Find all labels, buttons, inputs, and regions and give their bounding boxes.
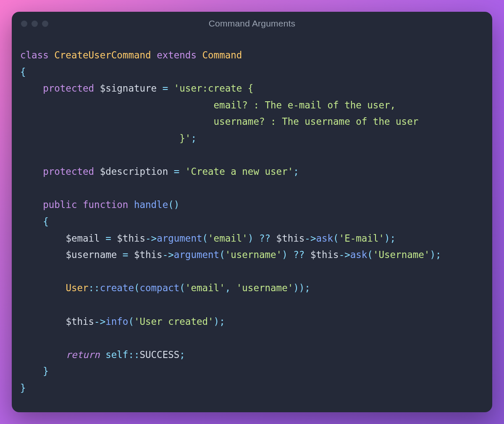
paren-open: (	[134, 282, 140, 293]
var-email: $email	[66, 233, 100, 244]
paren-open: (	[219, 249, 225, 260]
var-signature: $signature	[100, 83, 157, 94]
keyword-function: function	[83, 199, 128, 210]
semicolon: ;	[293, 166, 299, 177]
semicolon: ;	[304, 282, 310, 293]
fn-compact: compact	[139, 282, 179, 293]
paren-open: (	[367, 249, 373, 260]
traffic-lights	[21, 21, 48, 27]
keyword-self: self	[105, 349, 128, 360]
semicolon: ;	[436, 249, 441, 260]
semicolon: ;	[179, 349, 185, 360]
paren-close: )	[293, 282, 299, 293]
fn-ask: ask	[350, 249, 368, 260]
equals: =	[174, 166, 180, 177]
arrow: ->	[145, 233, 157, 244]
arrow: ->	[339, 249, 350, 260]
keyword-extends: extends	[157, 50, 197, 61]
comma: ,	[225, 282, 236, 293]
brace-close: }	[43, 366, 49, 377]
fn-info: info	[105, 316, 128, 327]
var-this: $this	[310, 249, 339, 260]
equals: =	[105, 233, 111, 244]
paren-close: )	[248, 233, 254, 244]
semicolon: ;	[191, 133, 197, 144]
paren-close: )	[174, 199, 180, 210]
paren-open: (	[168, 199, 174, 210]
code-area[interactable]: class CreateUserCommand extends Command …	[12, 35, 492, 412]
string-signature-3: username? : The username of the user	[214, 116, 419, 127]
var-this: $this	[134, 249, 163, 260]
nullish: ??	[259, 233, 270, 244]
class-name: CreateUserCommand	[54, 50, 151, 61]
var-username: $username	[66, 249, 117, 260]
equals: =	[123, 249, 129, 260]
string-email-arg: 'email'	[208, 233, 248, 244]
maximize-icon[interactable]	[42, 21, 48, 27]
fn-handle: handle	[134, 199, 168, 210]
paren-open: (	[333, 233, 339, 244]
fn-argument: argument	[157, 233, 202, 244]
paren-open: (	[202, 233, 208, 244]
double-colon: ::	[89, 282, 100, 293]
brace-open: {	[20, 66, 26, 77]
string-username-lit: 'username'	[236, 282, 293, 293]
double-colon: ::	[128, 349, 139, 360]
string-info: 'User created'	[134, 316, 214, 327]
paren-close: )	[214, 316, 220, 327]
keyword-public: public	[43, 199, 77, 210]
arrow: ->	[163, 249, 174, 260]
paren-open: (	[179, 282, 185, 293]
fn-ask: ask	[316, 233, 333, 244]
var-this: $this	[276, 233, 305, 244]
string-signature-2: email? : The e-mail of the user,	[214, 100, 396, 111]
string-signature-4: }'	[179, 133, 191, 144]
parent-class-name: Command	[202, 50, 242, 61]
fn-argument: argument	[174, 249, 219, 260]
var-this: $this	[117, 233, 145, 244]
brace-close: }	[20, 382, 26, 393]
string-username-arg: 'username'	[225, 249, 282, 260]
brace-open: {	[43, 216, 49, 227]
string-signature-1: 'user:create {	[174, 83, 254, 94]
paren-close: )	[430, 249, 436, 260]
equals: =	[163, 83, 168, 94]
editor-window: Command Arguments class CreateUserComman…	[12, 12, 492, 412]
paren-close: )	[299, 282, 305, 293]
string-description: 'Create a new user'	[185, 166, 293, 177]
keyword-class: class	[20, 50, 49, 61]
var-description: $description	[100, 166, 168, 177]
paren-close: )	[384, 233, 390, 244]
paren-close: )	[282, 249, 288, 260]
arrow: ->	[94, 316, 105, 327]
class-user: User	[66, 282, 88, 293]
keyword-return: return	[66, 349, 100, 360]
string-email-lit: 'email'	[185, 282, 225, 293]
nullish: ??	[293, 249, 304, 260]
string-username-prompt: 'Username'	[373, 249, 430, 260]
close-icon[interactable]	[21, 21, 27, 27]
fn-create: create	[100, 282, 134, 293]
titlebar: Command Arguments	[12, 12, 492, 35]
semicolon: ;	[390, 233, 396, 244]
arrow: ->	[304, 233, 316, 244]
window-title: Command Arguments	[12, 18, 492, 29]
const-success: SUCCESS	[139, 349, 179, 360]
minimize-icon[interactable]	[32, 21, 38, 27]
keyword-protected: protected	[43, 166, 94, 177]
var-this: $this	[66, 316, 94, 327]
semicolon: ;	[219, 316, 225, 327]
paren-open: (	[128, 316, 134, 327]
string-email-prompt: 'E-mail'	[339, 233, 384, 244]
keyword-protected: protected	[43, 83, 94, 94]
